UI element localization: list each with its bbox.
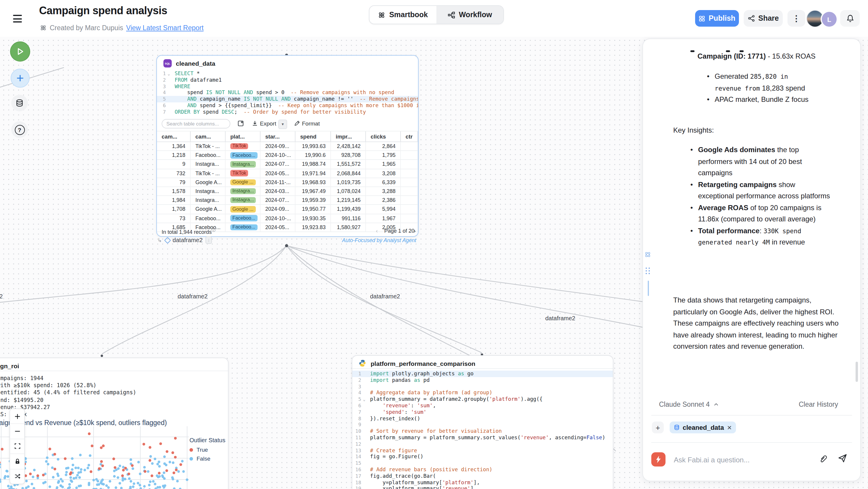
node-title: campaign_roi [0, 362, 19, 369]
more-options-button[interactable]: ⋮ [787, 10, 805, 27]
code-line[interactable]: 8}).reset_index() [352, 415, 613, 422]
column-header-5[interactable]: spend [296, 131, 331, 142]
avatar-collaborator[interactable]: L [820, 11, 838, 28]
code-text: import pandas as pd [370, 377, 430, 384]
attach-file-button[interactable] [819, 455, 827, 463]
table-cell: 2024-05... [260, 169, 296, 177]
ask-question-input[interactable] [673, 454, 814, 466]
python-editor[interactable]: 1import plotly.graph_objects as go2impor… [352, 371, 613, 489]
column-header-7[interactable]: clicks [366, 131, 401, 142]
prev-page-chevron[interactable]: ‹ [376, 228, 378, 234]
table-row[interactable]: 73Faceboo...Faceboo...2024-10-...19,930.… [157, 214, 418, 223]
node-cleaned-data[interactable]: SQL cleaned_data 1⌄SELECT *2FROM datafra… [156, 55, 418, 237]
code-line[interactable]: 4 spend IS NOT NULL AND spend > 0 -- Rem… [157, 90, 418, 96]
code-line[interactable]: 15 [352, 460, 613, 466]
code-line[interactable]: 2import pandas as pd [352, 377, 613, 384]
code-line[interactable]: 14fig = go.Figure() [352, 454, 613, 460]
code-line[interactable]: 6 AND spend > {{spend_limit}} -- Keep on… [157, 102, 418, 109]
help-button[interactable]: ? [11, 121, 28, 138]
table-row[interactable]: 1,708Google A...Google ...2024-09...19,9… [157, 205, 418, 214]
zoom-out-button[interactable] [10, 424, 24, 439]
fold-chevron-icon[interactable]: ⌄ [363, 396, 365, 403]
code-line[interactable]: 13# Create figure [352, 447, 613, 454]
column-header-8[interactable]: ctr [401, 131, 418, 142]
code-line[interactable]: 7ORDER BY spend DESC; -- Order by spend … [157, 109, 418, 116]
menu-button[interactable] [0, 0, 33, 37]
lock-button[interactable] [10, 454, 24, 469]
node-platform-performance[interactable]: platform_performance_comparison 1import … [352, 355, 613, 489]
chat-scrollbar[interactable] [856, 362, 858, 382]
code-line[interactable]: 17fig.add_trace(go.Bar( [352, 473, 613, 480]
publish-button[interactable]: Publish [695, 10, 739, 27]
format-button[interactable]: Format [302, 120, 320, 127]
table-row[interactable]: 79Google A...Google ...2024-11-...19,968… [157, 178, 418, 187]
legend-item-false[interactable]: False [189, 455, 225, 462]
link-to-smartbook-icon[interactable] [644, 251, 651, 258]
next-page-chevron[interactable]: › [414, 228, 416, 234]
share-button[interactable]: Share [744, 10, 783, 27]
table-row[interactable]: 1,218Faceboo...Faceboo...2024-10-...19,9… [157, 151, 418, 160]
output-dataframe-label[interactable]: dataframe2 [173, 237, 203, 243]
model-selector[interactable]: Claude Sonnet 4 [659, 401, 718, 408]
code-text: }).reset_index() [370, 415, 421, 422]
expand-table-icon[interactable] [238, 120, 244, 127]
column-header-4[interactable]: star... [260, 131, 296, 142]
table-row[interactable]: 9Instagra...Instagra...2024-07...19,988.… [157, 160, 418, 169]
table-row[interactable]: 1,364TikTok - ...TikTok2024-09...19,993.… [157, 142, 418, 151]
table-cell: 2024-11-... [260, 178, 296, 186]
code-line[interactable]: 5⌄platform_summary = dataframe2.groupby(… [352, 396, 613, 403]
code-line[interactable]: 18 y=platform_summary['platform'], [352, 479, 613, 486]
table-row[interactable]: 1,984Instagra...Instagra...2024-07...19,… [157, 196, 418, 205]
column-header-2[interactable]: cam... [191, 131, 225, 142]
code-line[interactable]: 4# Aggregate data by platform (ad group) [352, 390, 613, 396]
table-cell: 19,993.63 [296, 142, 331, 150]
node-campaign-roi[interactable]: campaign_roi Filtered campaigns: 1944Cam… [0, 358, 228, 489]
code-line[interactable]: 6 'revenue': 'sum', [352, 403, 613, 409]
code-line[interactable]: 7 'spend': 'sum' [352, 409, 613, 416]
code-line[interactable]: 9 [352, 422, 613, 428]
data-sources-button[interactable] [11, 95, 28, 111]
send-button[interactable] [838, 454, 847, 463]
notifications-button[interactable] [840, 10, 860, 27]
remove-chip-icon[interactable]: ✕ [727, 424, 732, 431]
result-table[interactable]: cam...cam...plat...star...spendimpr...cl… [157, 131, 418, 232]
search-table-columns-input[interactable] [162, 119, 230, 128]
code-line[interactable]: 10# Sort by revenue for better visualiza… [352, 428, 613, 434]
code-line[interactable]: 5 AND campaign_name IS NOT NULL AND camp… [157, 96, 418, 102]
output-options-icon[interactable]: ⋮ [206, 236, 212, 244]
code-line[interactable]: 3 [352, 383, 613, 390]
legend-item-true[interactable]: True [189, 447, 225, 453]
export-button[interactable]: Export [260, 120, 276, 127]
run-workflow-button[interactable] [10, 41, 30, 62]
column-header-6[interactable]: impr... [331, 131, 366, 142]
tab-smartbook[interactable]: Smartbook [369, 6, 436, 24]
code-line[interactable]: 12 [352, 441, 613, 448]
code-line[interactable]: 11platform_summary = platform_summary.so… [352, 434, 613, 441]
shuffle-button[interactable] [10, 469, 24, 484]
tab-workflow[interactable]: Workflow [436, 6, 503, 24]
code-line[interactable]: 2FROM dataframe1 [157, 77, 418, 84]
table-row[interactable]: 1,578Instagra...Instagra...2024-03...19,… [157, 187, 418, 196]
context-chip-cleaned-data[interactable]: cleaned_data ✕ [670, 422, 736, 433]
table-cell: 19,990.6 [296, 151, 331, 159]
line-number: 14 [352, 454, 361, 460]
drag-handle-icon[interactable] [645, 267, 651, 275]
zoom-in-button[interactable] [10, 409, 24, 424]
code-line[interactable]: 3WHERE [157, 83, 418, 90]
fit-view-button[interactable] [10, 439, 24, 454]
column-header-3[interactable]: plat... [225, 131, 260, 142]
clear-history-button[interactable]: Clear History [799, 401, 838, 408]
code-line[interactable]: 1⌄SELECT * [157, 70, 418, 77]
node-output-row: ↳ dataframe2 ⋮ [157, 236, 212, 244]
add-node-button[interactable] [11, 69, 30, 88]
sql-editor[interactable]: 1⌄SELECT *2FROM dataframe13WHERE4 spend … [157, 70, 418, 115]
code-line[interactable]: 19 x=platform_summary['revenue'], [352, 486, 613, 489]
column-header-1[interactable]: cam... [157, 131, 191, 142]
table-row[interactable]: 732TikTok - ...TikTok2024-05...19,971.94… [157, 169, 418, 178]
add-context-button[interactable]: + [652, 422, 664, 433]
fold-chevron-icon[interactable]: ⌄ [167, 71, 170, 77]
smart-report-link[interactable]: View Latest Smart Report [126, 24, 204, 31]
export-options-chevron[interactable]: ▾ [278, 120, 287, 129]
code-line[interactable]: 16# Add revenue bars (positive direction… [352, 466, 613, 473]
code-line[interactable]: 1import plotly.graph_objects as go [352, 371, 613, 377]
